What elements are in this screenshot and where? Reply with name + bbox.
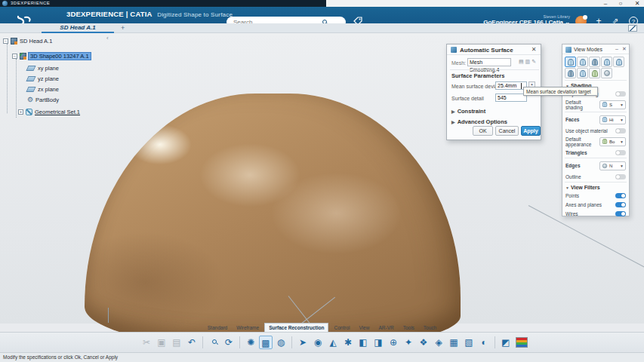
ok-button[interactable]: OK bbox=[473, 126, 493, 136]
tab-ar-vr[interactable]: AR-VR bbox=[374, 324, 397, 332]
use-object-material-toggle[interactable] bbox=[615, 128, 626, 133]
update-icon[interactable]: ⟳ bbox=[222, 336, 236, 349]
tree-item-label[interactable]: zx plane bbox=[38, 86, 59, 93]
tree-selected-label[interactable]: 3D Shape00 13247 A.1 bbox=[29, 53, 91, 60]
constraint-tool-icon[interactable]: ◈ bbox=[432, 336, 445, 349]
constraint-label[interactable]: Constraint bbox=[458, 108, 486, 115]
expand-viewport-icon[interactable] bbox=[628, 25, 637, 32]
points-toggle[interactable] bbox=[615, 193, 626, 198]
sphere-tool-icon[interactable]: ◍ bbox=[274, 336, 288, 349]
tree-node-xy-plane[interactable]: xy plane bbox=[27, 63, 59, 72]
view-mode-wireframe-button[interactable] bbox=[589, 57, 600, 67]
decimation-icon[interactable]: ◉ bbox=[311, 336, 325, 349]
panel-title-bar[interactable]: View Modes – ✕ bbox=[562, 44, 629, 54]
tab-surface-reconstruction[interactable]: Surface Reconstruction bbox=[264, 323, 328, 332]
view-mode-hidden-edges-button[interactable] bbox=[601, 57, 612, 67]
search-tool-icon[interactable] bbox=[207, 336, 220, 349]
constraint-section[interactable]: ▶Constraint bbox=[451, 108, 485, 115]
tree-item-label[interactable]: Geometrical Set.1 bbox=[35, 109, 80, 115]
tree-node-zx-plane[interactable]: zx plane bbox=[27, 84, 59, 94]
mesh-selection-icons[interactable]: ▤▥✎ bbox=[519, 59, 538, 65]
dialog-title: Automatic Surface bbox=[460, 47, 513, 54]
viewport-3d[interactable] bbox=[0, 33, 644, 324]
tab-standard[interactable]: Standard bbox=[204, 324, 231, 332]
copy-icon[interactable]: ▣ bbox=[155, 336, 168, 349]
power-fit-icon[interactable]: ⊕ bbox=[387, 336, 400, 349]
triangles-toggle[interactable] bbox=[615, 150, 626, 155]
paste-icon[interactable]: ▤ bbox=[170, 336, 183, 349]
view-filters-section-header[interactable]: ▼View Filters bbox=[562, 183, 629, 191]
tree-root-label[interactable]: SD Head A.1 bbox=[20, 38, 52, 44]
view-mode-rendering-button[interactable] bbox=[589, 68, 600, 78]
tab-tools[interactable]: Tools bbox=[399, 324, 418, 332]
view-mode-quick-hidden-button[interactable] bbox=[613, 57, 624, 67]
deviation-analysis-icon[interactable] bbox=[516, 337, 528, 348]
project-mesh-icon[interactable]: ▧ bbox=[462, 336, 476, 349]
surface-network-icon[interactable]: ❖ bbox=[417, 336, 430, 349]
cancel-button[interactable]: Cancel bbox=[495, 126, 519, 136]
view-mode-shaded-edges-button[interactable] bbox=[577, 57, 588, 67]
panel-close-icon[interactable]: ✕ bbox=[621, 46, 627, 52]
panel-minimize-icon[interactable]: – bbox=[614, 46, 620, 51]
maximize-button[interactable]: ○ bbox=[615, 0, 626, 7]
optimize-mesh-icon[interactable]: ◭ bbox=[326, 336, 340, 349]
wires-toggle[interactable] bbox=[615, 211, 626, 216]
object-shading-toggle[interactable] bbox=[615, 91, 626, 97]
view-mode-ambient-button[interactable] bbox=[601, 68, 612, 78]
status-dot bbox=[583, 15, 587, 20]
minimize-button[interactable]: – bbox=[600, 0, 611, 7]
collapse-icon[interactable]: − bbox=[12, 54, 17, 59]
surface-detail-input[interactable]: 545 bbox=[495, 94, 527, 102]
default-shading-dropdown[interactable]: S ▼ bbox=[599, 100, 626, 109]
apply-button[interactable]: Apply bbox=[521, 126, 541, 136]
invert-orientation-icon[interactable]: ◐ bbox=[477, 336, 491, 349]
mesh-offset-icon[interactable]: ◨ bbox=[371, 336, 385, 349]
activate-icon[interactable]: ➤ bbox=[296, 336, 310, 349]
automatic-surface-icon[interactable]: ✦ bbox=[402, 336, 415, 349]
view-mode-custom-button[interactable] bbox=[577, 68, 588, 78]
tree-node-selected[interactable]: − 3D Shape00 13247 A.1 bbox=[12, 51, 91, 60]
mesh-smoothing-icon[interactable]: ▩ bbox=[259, 336, 273, 349]
tab-wireframe[interactable]: Wireframe bbox=[233, 324, 263, 332]
view-mode-material-button[interactable] bbox=[565, 68, 576, 78]
outline-toggle[interactable] bbox=[615, 174, 626, 179]
collapse-icon[interactable]: − bbox=[3, 38, 8, 44]
tree-collapse-arrow-icon[interactable]: ‹ bbox=[106, 35, 109, 41]
axes-planes-toggle[interactable] bbox=[615, 202, 626, 207]
tree-root-node[interactable]: − SD Head A.1 bbox=[3, 36, 52, 45]
tree-item-label[interactable]: PartBody bbox=[35, 97, 59, 103]
dialog-title-bar[interactable]: Automatic Surface ✕ bbox=[447, 44, 541, 55]
view-mode-shaded-button[interactable] bbox=[565, 57, 576, 67]
advanced-options-section[interactable]: ▶Advanced Options bbox=[451, 118, 507, 125]
view-modes-icon bbox=[565, 47, 572, 53]
scanned-head-mesh[interactable] bbox=[85, 94, 461, 348]
undo-icon[interactable]: ↶ bbox=[185, 336, 199, 349]
tree-node-partbody[interactable]: ⚙ PartBody bbox=[27, 95, 59, 104]
tree-node-geometrical-set[interactable]: + Geometrical Set.1 bbox=[18, 107, 80, 116]
tree-item-label[interactable]: xy plane bbox=[38, 65, 59, 72]
document-tab[interactable]: SD Head A.1 bbox=[42, 23, 114, 33]
dialog-close-icon[interactable]: ✕ bbox=[530, 46, 538, 53]
tree-node-yz-plane[interactable]: yz plane bbox=[27, 74, 59, 83]
default-shading-row: Default shading S ▼ bbox=[562, 98, 629, 111]
compare-icon[interactable]: ◩ bbox=[499, 336, 513, 349]
tab-touch[interactable]: Touch bbox=[420, 324, 440, 332]
mesh-selection-field[interactable]: Mesh Smoothing.4 bbox=[467, 58, 511, 66]
new-tab-button[interactable]: + bbox=[121, 24, 125, 32]
tab-control[interactable]: Control bbox=[330, 324, 353, 332]
clean-mesh-icon[interactable]: ✱ bbox=[341, 336, 355, 349]
cut-icon[interactable]: ✂ bbox=[140, 336, 153, 349]
fill-holes-icon[interactable]: ◧ bbox=[356, 336, 370, 349]
mean-deviation-input[interactable]: 25.4mm bbox=[495, 81, 527, 90]
shading-mode-icon[interactable]: ✺ bbox=[244, 336, 257, 349]
expand-icon[interactable]: + bbox=[18, 109, 23, 115]
tab-view[interactable]: View bbox=[355, 324, 373, 332]
tree-item-label[interactable]: yz plane bbox=[38, 75, 59, 82]
grid-projection-icon[interactable]: ▦ bbox=[447, 336, 461, 349]
edges-dropdown[interactable]: N ▼ bbox=[599, 161, 626, 170]
default-appearance-dropdown[interactable]: Bo ▼ bbox=[599, 137, 626, 146]
close-button[interactable]: ✕ bbox=[632, 0, 642, 7]
faces-dropdown[interactable]: Hi ▼ bbox=[599, 115, 626, 124]
advanced-options-label[interactable]: Advanced Options bbox=[458, 118, 507, 125]
dropdown-arrow-icon: ▼ bbox=[620, 164, 624, 168]
